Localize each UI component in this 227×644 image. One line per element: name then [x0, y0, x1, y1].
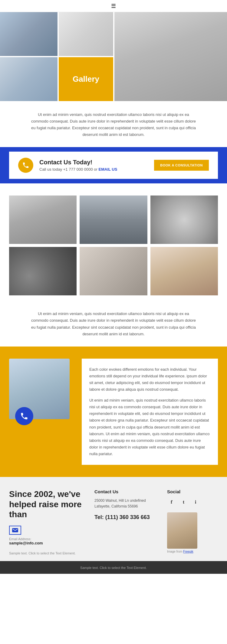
- book-consultation-button[interactable]: BOOK A CONSULTATION: [154, 160, 209, 171]
- yellow-phone-icon-circle: [15, 407, 33, 425]
- yellow-left: [9, 359, 76, 419]
- text-section-1: Ut enim ad minim veniam, quis nostrud ex…: [0, 102, 227, 147]
- yellow-section: Each color evokes different emotions for…: [0, 347, 227, 477]
- email-icon: [12, 528, 18, 532]
- twitter-icon[interactable]: 𝐭: [179, 498, 188, 506]
- gallery-image-3: [114, 12, 227, 101]
- bottom-bar-text: Sample text. Click to select the Text El…: [80, 566, 147, 570]
- gallery-image-4: [0, 57, 58, 101]
- contact-us-title: Contact Us: [94, 489, 158, 494]
- email-label: Email Address:: [9, 537, 85, 541]
- email-icon-box: [9, 526, 21, 535]
- yellow-para-1: Each color evokes different emotions for…: [89, 366, 210, 393]
- footer-col-contact: Contact Us 25000 Walnut, Hill Ln undefin…: [94, 489, 158, 555]
- gallery-section: Gallery: [0, 12, 227, 102]
- instagram-icon[interactable]: 𝐢: [191, 498, 200, 506]
- contact-subtitle: Call us today +1 777 000 0000 or EMAIL U…: [39, 167, 148, 172]
- footer-headline: Since 2002, we've helped raise more than: [9, 489, 85, 520]
- phone-icon-circle: [18, 158, 33, 173]
- contact-banner-section: Contact Us Today! Call us today +1 777 0…: [0, 147, 227, 183]
- footer-col-social: Social 𝐟 𝐭 𝐢 Image from Freepik: [167, 489, 218, 555]
- yellow-para-2: Ut enim ad minim veniam, quis nostrud ex…: [89, 397, 210, 457]
- email-link[interactable]: EMAIL US: [99, 167, 117, 172]
- menu-icon[interactable]: ☰: [111, 3, 116, 9]
- arch-image-6: [150, 247, 218, 295]
- footer-image-label: Image from Freepik: [167, 550, 218, 553]
- footer-person-image: [167, 512, 197, 549]
- footer-col-about: Since 2002, we've helped raise more than…: [9, 489, 85, 555]
- gallery-image-2: [59, 12, 113, 56]
- arch-image-5: [80, 247, 147, 295]
- text-body-1: Ut enim ad minim veniam, quis nostrud ex…: [30, 111, 197, 138]
- gallery-label: Gallery: [59, 57, 113, 101]
- bottom-bar: Sample text. Click to select the Text El…: [0, 561, 227, 574]
- contact-text: Contact Us Today! Call us today +1 777 0…: [39, 159, 148, 172]
- text-section-2: Ut enim ad minim veniam, quis nostrud ex…: [0, 304, 227, 346]
- phone-icon: [22, 162, 29, 169]
- arch-gallery-section: [0, 183, 227, 304]
- footer-section: Since 2002, we've helped raise more than…: [0, 477, 227, 561]
- social-icons: 𝐟 𝐭 𝐢: [167, 498, 218, 506]
- text-body-2: Ut enim ad minim veniam, quis nostrud ex…: [30, 310, 197, 337]
- contact-title: Contact Us Today!: [39, 159, 148, 166]
- arch-image-4: [9, 247, 77, 295]
- yellow-right: Each color evokes different emotions for…: [82, 359, 218, 465]
- yellow-phone-icon: [20, 412, 28, 420]
- arch-image-2: [80, 196, 147, 244]
- footer-sample-text: Sample text. Click to select the Text El…: [9, 551, 85, 555]
- arch-image-3: [150, 196, 218, 244]
- email-address: sample@info.com: [9, 541, 85, 545]
- header: ☰: [0, 0, 227, 12]
- social-title: Social: [167, 489, 218, 494]
- footer-address: 25000 Walnut, Hill Ln undefined Lafayett…: [94, 498, 158, 509]
- arch-image-1: [9, 196, 77, 244]
- facebook-icon[interactable]: 𝐟: [167, 498, 176, 506]
- footer-tel: Tel: (111) 360 336 663: [94, 513, 158, 522]
- freepik-link[interactable]: Freepik: [183, 550, 193, 553]
- gallery-image-1: [0, 12, 58, 56]
